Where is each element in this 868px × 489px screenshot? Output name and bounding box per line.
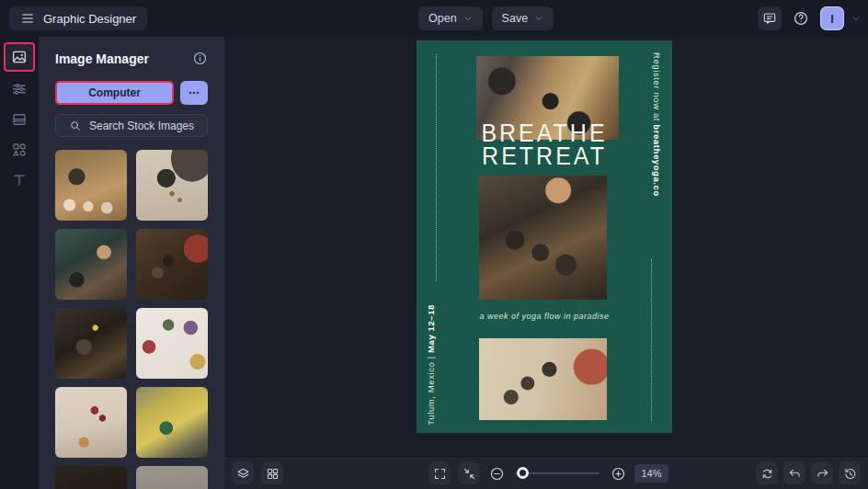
question-circle-icon	[793, 10, 809, 27]
hamburger-icon[interactable]	[20, 11, 35, 26]
poster-tagline[interactable]: a week of yoga flow in paradise	[417, 312, 672, 321]
refresh-icon	[760, 467, 774, 481]
fit-to-screen-icon	[463, 467, 476, 481]
sidebar-item-text[interactable]	[4, 165, 35, 195]
info-icon[interactable]	[192, 51, 208, 66]
avatar[interactable]: I	[820, 6, 844, 30]
history-button[interactable]	[839, 462, 861, 484]
undo-button[interactable]	[783, 462, 805, 484]
poster-left-vertical-text[interactable]: Tulum, Mexico | May 12–18	[426, 304, 436, 426]
fullscreen-icon	[433, 467, 447, 481]
chevron-down-icon	[534, 14, 543, 23]
sidebar-item-layout[interactable]	[4, 105, 35, 134]
thumbnail-image[interactable]	[136, 229, 208, 300]
reset-button[interactable]	[756, 462, 778, 484]
topbar-right: I	[758, 6, 861, 30]
dotted-line-decoration	[651, 259, 652, 421]
search-stock-images-button[interactable]: Search Stock Images	[55, 114, 208, 137]
zoom-level-value[interactable]: 14%	[634, 464, 668, 483]
undo-icon	[788, 467, 802, 481]
zoom-controls: 14%	[428, 462, 668, 484]
ellipsis-icon	[188, 86, 200, 99]
dotted-line-decoration	[436, 54, 437, 281]
tool-rail	[0, 37, 39, 489]
sidebar-item-adjust[interactable]	[4, 74, 35, 104]
zoom-in-button[interactable]	[609, 462, 627, 484]
app-menu[interactable]: Graphic Designer	[9, 6, 147, 30]
thumbnail-image[interactable]	[136, 308, 208, 379]
layout-icon	[11, 111, 28, 128]
computer-upload-button[interactable]: Computer	[55, 81, 174, 105]
canvas-area[interactable]: BREATHE RETREAT a week of yoga flow in p…	[224, 37, 868, 489]
poster-photo-tea-ceremony[interactable]	[479, 176, 607, 300]
canvas-bottom-bar: 14%	[224, 456, 868, 489]
design-canvas-poster[interactable]: BREATHE RETREAT a week of yoga flow in p…	[417, 40, 672, 433]
thumbnail-image[interactable]	[136, 466, 208, 489]
thumbnail-image[interactable]	[55, 308, 127, 379]
shapes-icon	[11, 142, 28, 158]
feedback-button[interactable]	[758, 6, 782, 30]
adjust-sliders-icon	[11, 81, 28, 97]
panel-title: Image Manager	[55, 51, 149, 66]
thumbnail-grid	[55, 150, 208, 489]
thumbnail-image[interactable]	[55, 229, 127, 300]
zoom-slider-knob[interactable]	[517, 467, 529, 479]
help-button[interactable]	[789, 6, 813, 30]
layers-icon	[236, 467, 250, 481]
poster-right-vertical-text[interactable]: Register now at breatheyoga.co	[652, 52, 662, 197]
save-button[interactable]: Save	[492, 6, 554, 30]
thumbnail-image[interactable]	[136, 387, 208, 458]
grid-icon	[266, 467, 280, 481]
chat-icon	[762, 11, 777, 26]
account-chevron-down-icon[interactable]	[851, 14, 861, 23]
redo-button[interactable]	[811, 462, 833, 484]
zoom-out-button[interactable]	[487, 462, 506, 484]
redo-icon	[816, 467, 829, 481]
app-title: Graphic Designer	[43, 12, 136, 26]
poster-photo-overhead-tea-set[interactable]	[479, 338, 607, 420]
top-bar: Graphic Designer Open Save	[0, 0, 868, 37]
thumbnail-image[interactable]	[136, 150, 208, 221]
zoom-slider[interactable]	[515, 462, 600, 484]
fit-to-screen-button[interactable]	[458, 462, 480, 484]
poster-title[interactable]: BREATHE RETREAT	[417, 121, 672, 167]
text-icon	[11, 172, 28, 188]
image-manager-panel: Image Manager Computer Search	[39, 37, 224, 489]
open-button[interactable]: Open	[418, 6, 483, 30]
thumbnail-image[interactable]	[55, 466, 127, 489]
history-icon	[843, 467, 857, 481]
sidebar-item-graphics[interactable]	[4, 135, 35, 165]
grid-view-button[interactable]	[261, 462, 283, 484]
search-icon	[69, 119, 82, 132]
thumbnail-image[interactable]	[55, 150, 127, 221]
image-icon	[11, 49, 28, 65]
sidebar-item-image-manager[interactable]	[4, 42, 35, 72]
fullscreen-button[interactable]	[428, 462, 451, 484]
more-options-button[interactable]	[180, 81, 208, 105]
layers-button[interactable]	[232, 462, 254, 484]
file-actions: Open Save	[418, 6, 554, 30]
chevron-down-icon	[463, 14, 473, 23]
thumbnail-image[interactable]	[55, 387, 127, 458]
